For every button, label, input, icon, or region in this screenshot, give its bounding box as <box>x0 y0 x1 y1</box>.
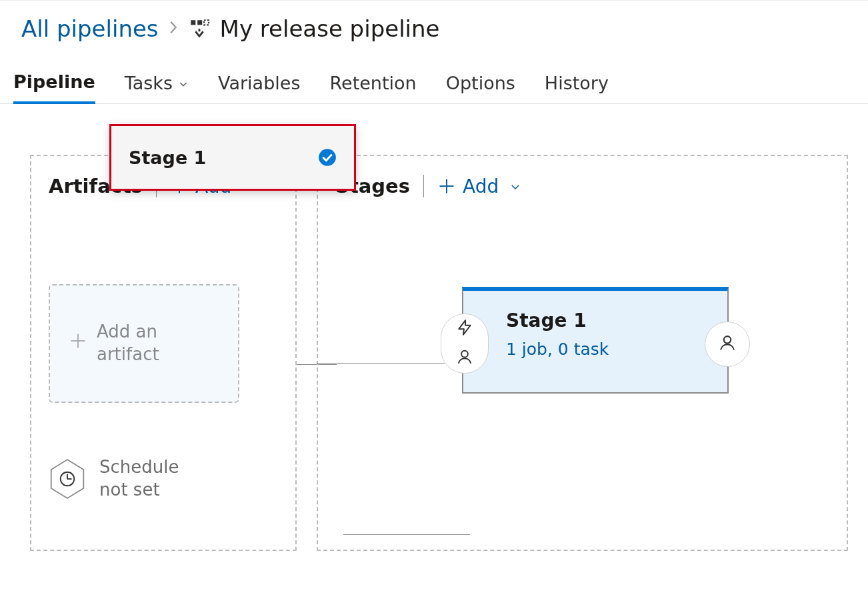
svg-point-17 <box>724 336 731 343</box>
svg-point-16 <box>461 351 468 358</box>
person-icon <box>456 348 473 368</box>
pipeline-icon <box>188 17 211 40</box>
svg-rect-1 <box>197 20 202 25</box>
add-stage-label: Add <box>463 175 499 197</box>
add-artifact-card[interactable]: Add an artifact <box>49 284 239 403</box>
post-deployment-badge[interactable] <box>705 322 750 367</box>
svg-point-4 <box>319 149 336 166</box>
tab-history[interactable]: History <box>545 71 609 103</box>
add-artifact-text: Add an artifact <box>97 321 203 366</box>
lightning-icon <box>456 319 473 339</box>
stage-card[interactable]: Stage 1 1 job, 0 task <box>462 287 729 394</box>
schedule-row[interactable]: Schedule not set <box>49 456 278 502</box>
page-title: My release pipeline <box>220 15 440 42</box>
tab-pipeline[interactable]: Pipeline <box>13 71 95 104</box>
tab-variables[interactable]: Variables <box>218 71 300 103</box>
schedule-hex-icon <box>49 458 86 500</box>
checkmark-badge-icon <box>318 148 337 167</box>
stage-name: Stage 1 <box>506 310 707 332</box>
artifacts-panel: Artifacts Add Add an artifact <box>30 155 297 551</box>
svg-rect-2 <box>204 20 209 25</box>
tab-options[interactable]: Options <box>446 71 515 103</box>
tab-tasks[interactable]: Tasks <box>125 71 189 103</box>
svg-marker-15 <box>459 320 470 335</box>
chevron-down-icon <box>509 175 521 197</box>
chevron-right-icon <box>168 20 179 38</box>
stages-panel: Stages Add <box>317 155 848 551</box>
tasks-dropdown-panel[interactable]: Stage 1 <box>109 124 356 191</box>
header-separator <box>423 175 424 197</box>
pre-deployment-badge[interactable] <box>441 314 489 374</box>
add-stage-link[interactable]: Add <box>437 175 521 197</box>
schedule-text: Schedule not set <box>99 456 193 502</box>
chevron-down-icon <box>178 73 189 93</box>
connector-line <box>317 363 445 364</box>
tab-bar: Pipeline Tasks Variables Retention Optio… <box>0 42 868 104</box>
tab-tasks-label: Tasks <box>125 73 173 93</box>
person-icon <box>718 334 737 355</box>
svg-rect-0 <box>191 20 195 25</box>
breadcrumb: All pipelines My release pipeline <box>0 1 868 42</box>
plus-icon <box>69 332 87 356</box>
stage-tasks-link[interactable]: 1 job, 0 task <box>506 340 707 359</box>
breadcrumb-root-link[interactable]: All pipelines <box>21 15 159 42</box>
tab-retention[interactable]: Retention <box>329 71 416 103</box>
tasks-dropdown-selected: Stage 1 <box>129 147 206 168</box>
